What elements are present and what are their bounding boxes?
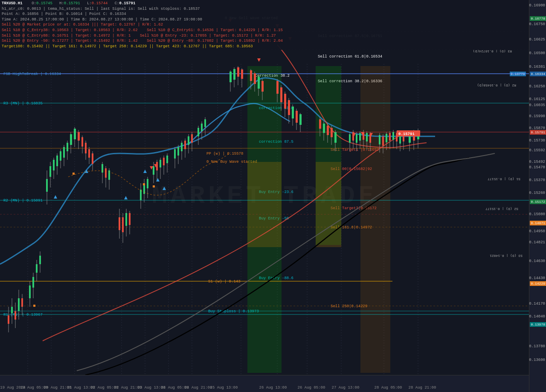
svg-rect-125 [201,124,203,131]
arrow-up-6 [124,196,128,199]
svg-rect-191 [392,132,394,140]
price-16900: 0.16900 [529,3,545,8]
arrow-up-5 [163,187,166,190]
price-14040: 0.14040 [529,314,545,319]
svg-rect-119 [188,136,189,145]
time-label-13: 27 Aug 13:00 [332,386,360,390]
svg-rect-91 [125,213,127,226]
price-16125: 0.16125 [529,97,545,101]
s3d-label: S3 (D) | 0.14821 [490,254,523,258]
svg-rect-77 [88,149,90,158]
price-15370: 0.15370 [529,178,545,182]
price-15791: 0.15791 [530,130,546,135]
price-14229: 0.14229 [530,281,546,286]
svg-rect-179 [366,133,368,141]
svg-rect-75 [85,143,87,153]
price-16250: 0.16250 [529,84,545,89]
r2d-label: R2 (D) | 0.16458(D) [477,84,516,87]
indicator-line: h1_atr_c0: 0.0013 | tema_h1_status: Sell… [2,6,527,12]
svg-rect-53 [46,179,48,192]
svg-rect-99 [147,179,148,188]
svg-rect-141 [258,77,260,89]
time-axis: 19 Aug 2024 19 Aug 05:00 20 Aug 21:00 21… [0,375,529,392]
svg-rect-139 [254,73,256,84]
time-label-14: 28 Aug 05:00 [375,386,402,390]
svg-rect-87 [119,217,120,230]
svg-rect-71 [78,132,80,141]
svg-rect-37 [11,307,13,313]
time-label-9: 24 Aug 21:00 [185,386,212,390]
svg-rect-45 [29,285,31,298]
svg-rect-47 [32,277,34,288]
svg-rect-117 [184,141,186,149]
svg-rect-187 [386,134,387,142]
top-info-bar: TRXUSD.H1 O:0.15745 H:0.15791 L:0.15744 … [0,0,529,50]
svg-rect-73 [81,137,83,147]
entry-line-2: Sell %10 @ C_Entry88: 0.16751 | Target: … [2,33,527,39]
svg-rect-173 [356,134,357,143]
symbol-line: TRXUSD.H1 O:0.15745 H:0.15791 L:0.15744 … [2,1,527,6]
time-line: Time A: 2024.08.25 17:00:00 | Time B: 20… [2,17,527,23]
svg-rect-111 [174,149,176,159]
ohlc-close: C:0.15791 [115,1,136,6]
targets-line: Target100: 0.15492 || Target 161: 0.1497… [2,44,527,49]
time-label-15: 28 Aug 21:00 [409,386,436,390]
buy-signal-1 [33,305,35,307]
time-label-10: 25 Aug 13:00 [210,386,238,390]
arrow-up-1 [54,195,57,199]
svg-rect-35 [8,315,9,324]
price-16750: 0.16750 [529,22,545,26]
time-label-12: 26 Aug 05:00 [298,386,325,390]
price-15080: 0.15080 [529,212,545,216]
svg-rect-55 [49,166,51,177]
price-14630: 0.14630 [529,259,545,263]
ohlc-high: H:0.15791 [59,1,80,6]
price-15990: 0.15990 [529,114,545,118]
price-axis: 0.16900 0.16778 0.16750 0.16625 0.16500 … [529,0,546,392]
svg-rect-163 [327,126,329,135]
price-16035: 0.16035 [529,103,545,107]
buy-signal-2 [73,173,75,175]
price-13780: 0.13780 [529,344,545,349]
buy-signal-3 [143,183,145,185]
svg-rect-161 [323,124,325,133]
entry-line-3: Sell %20 @ Entry -50: 0.17277 | Target: … [2,38,527,44]
svg-rect-39 [15,311,16,320]
price-14821: 0.14821 [529,240,545,245]
svg-rect-183 [379,135,380,144]
chart-container: MARKET TRADE TRXUSD.H1 O:0.15745 H:0.157… [0,0,529,392]
svg-rect-147 [280,87,282,102]
svg-rect-135 [241,69,243,79]
svg-rect-107 [163,158,165,165]
svg-rect-133 [237,67,239,77]
s2d-label: S2 (D) | 0.15177 [485,207,518,211]
svg-rect-113 [177,147,179,156]
svg-rect-151 [288,100,290,115]
svg-rect-145 [276,81,279,94]
price-13600: 0.13600 [529,358,545,362]
s1d-label: S1 (D) | 0.15177 [488,177,520,181]
sell-info-line: Sell %20 @ Market price or at: 0.16334 |… [2,22,527,28]
svg-rect-93 [129,213,131,225]
arrow-up-4 [156,178,160,182]
entry-line-1: Sell %10 @ C_Entry38: 0.10563 | Target: … [2,28,527,33]
svg-rect-95 [140,190,142,200]
price-16381: 0.16381 [529,65,545,69]
svg-rect-49 [36,264,38,273]
arrow-up-3 [143,170,147,173]
svg-rect-67 [70,134,72,145]
svg-rect-63 [63,147,65,158]
svg-rect-149 [284,94,286,109]
price-15492: 0.15492 [529,160,545,164]
svg-rect-137 [250,70,252,81]
svg-rect-115 [181,143,183,151]
svg-rect-18 [316,162,341,247]
price-13978: 0.13978 [530,322,546,327]
svg-rect-169 [349,134,351,143]
svg-rect-109 [166,156,168,163]
svg-rect-157 [299,114,302,125]
price-16500: 0.16500 [529,51,545,55]
svg-rect-123 [197,128,199,136]
svg-rect-89 [122,217,124,232]
svg-rect-189 [389,133,391,141]
